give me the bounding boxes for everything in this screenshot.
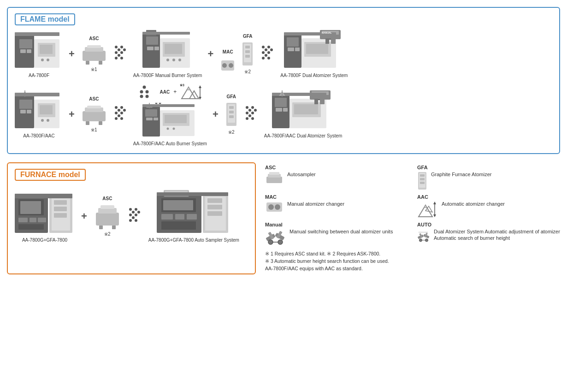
footnote-3: AA-7800F/AAC equips with AAC as standard…	[265, 265, 560, 273]
svg-point-174	[132, 216, 135, 219]
device-mac: MAC	[219, 49, 236, 74]
svg-rect-14	[99, 61, 102, 65]
svg-point-126	[246, 112, 248, 114]
svg-rect-139	[294, 104, 318, 114]
svg-point-17	[115, 51, 118, 54]
svg-point-8	[47, 59, 49, 61]
gfa-icon	[417, 171, 427, 190]
svg-rect-156	[20, 201, 41, 214]
svg-rect-197	[420, 178, 425, 180]
dual-atomizer-2-label: AA-7800F/AAC Dual Atomizer System	[264, 133, 343, 138]
legend-manual-abbr: Manual	[265, 222, 408, 227]
svg-rect-165	[99, 226, 103, 229]
legend-asc-row: Autosampler	[265, 171, 408, 186]
svg-point-93	[140, 90, 143, 94]
svg-point-129	[251, 117, 254, 120]
svg-rect-161	[15, 194, 72, 198]
auto-sampler-label: AA-7800G+GFA-7800 Auto Sampler System	[148, 238, 239, 243]
mac-label: MAC	[223, 49, 233, 54]
svg-rect-185	[163, 200, 193, 210]
legend-mac-row: Manual atomizer changer	[265, 201, 408, 214]
legend-auto-row: Dual Atomizer System Automatic adjustmen…	[417, 228, 560, 246]
asc-note-2: ※1	[91, 127, 97, 132]
svg-point-91	[118, 114, 120, 117]
svg-point-125	[251, 106, 254, 109]
legend-gfa: GFA Graphite Furnace Atomizer	[417, 165, 560, 190]
mac-icon	[265, 201, 284, 214]
svg-point-51	[265, 54, 267, 57]
svg-rect-110	[146, 118, 153, 120]
svg-rect-135	[275, 98, 287, 107]
aac-annotation: AAC + ※3	[138, 83, 203, 101]
svg-point-46	[262, 51, 265, 54]
svg-rect-70	[20, 110, 26, 113]
svg-rect-111	[154, 118, 158, 120]
svg-point-21	[118, 48, 120, 51]
svg-point-52	[270, 48, 273, 51]
device-aa7800faac: AA-7800F/AAC	[15, 90, 63, 138]
device-aa7800g: AA-7800G+GFA-7800	[15, 190, 75, 243]
device-auto-burner: AA-7800F/AAC Auto Burner System	[133, 103, 207, 146]
aac-icon	[417, 201, 438, 218]
furnace-title: FURNACE model	[15, 169, 86, 181]
svg-point-89	[120, 117, 123, 120]
mac-gfa-group: MAC GFA	[219, 34, 255, 74]
svg-point-94	[145, 90, 148, 94]
svg-point-32	[166, 59, 169, 61]
legend-aac: AAC Automatic atomizer changer	[417, 194, 560, 218]
device-aa7800faac-label: AA-7800F/AAC	[23, 133, 54, 138]
svg-point-45	[267, 46, 270, 48]
svg-point-76	[41, 119, 44, 122]
device-aa7800g-label: AA-7800G+GFA-7800	[22, 238, 67, 243]
gfa-label-2: GFA	[227, 94, 236, 99]
legend-aac-row: Automatic atomizer changer	[417, 201, 560, 218]
svg-rect-121	[229, 106, 234, 109]
legend-manual: Manual Manual switching between dual ato…	[265, 222, 408, 246]
svg-point-49	[267, 57, 270, 59]
svg-marker-206	[433, 202, 436, 204]
svg-rect-188	[187, 214, 197, 220]
svg-point-168	[135, 208, 137, 211]
legend-mac-abbr: MAC	[265, 194, 408, 200]
bottom-section: FURNACE model	[7, 162, 560, 274]
legend-section: ASC Autosampler GFA	[265, 162, 560, 274]
flame-row-1: AA-7800F + ASC ※1	[15, 30, 552, 78]
svg-point-97	[142, 86, 146, 89]
svg-point-20	[120, 57, 123, 59]
flame-rows: AA-7800F + ASC ※1	[15, 30, 552, 146]
svg-rect-31	[165, 44, 182, 54]
svg-point-47	[267, 51, 270, 54]
legend-auto-text: Dual Atomizer System Automatic adjustmen…	[434, 228, 560, 242]
flame-row-2: AA-7800F/AAC + ASC ※1	[15, 83, 552, 146]
svg-point-84	[115, 106, 118, 109]
legend-asc: ASC Autosampler	[265, 165, 408, 190]
legend-auto: AUTO Dual Atomizer System Aut	[417, 222, 560, 246]
flame-title: FLAME model	[15, 13, 75, 25]
svg-point-173	[132, 211, 135, 214]
svg-point-38	[229, 63, 233, 68]
device-dual-atomizer-1: MANUAL AA-7800F Dual Atomizer System	[280, 30, 348, 78]
asc-label-1: ASC	[89, 36, 99, 41]
svg-rect-166	[112, 226, 116, 229]
dual-atomizer-1-label: AA-7800F Dual Atomizer System	[280, 73, 348, 78]
device-asc-1: ASC ※1	[80, 36, 108, 72]
svg-rect-69	[19, 100, 32, 109]
svg-point-213	[278, 240, 283, 244]
svg-rect-191	[266, 177, 282, 183]
svg-marker-103	[199, 97, 201, 100]
gfa-note-2: ※2	[228, 130, 235, 135]
device-aa7800f: AA-7800F	[15, 30, 63, 78]
svg-rect-71	[27, 110, 31, 113]
svg-point-172	[135, 219, 137, 222]
gfa-label-1: GFA	[243, 34, 253, 39]
dots-2	[260, 42, 276, 65]
asc-label-2: ASC	[89, 96, 99, 101]
device-gfa-1: GFA ※2	[240, 34, 255, 74]
device-manual-burner: AA-7800F Manual Burner System	[133, 30, 202, 78]
legend-aac-abbr: AAC	[417, 194, 560, 200]
svg-rect-10	[83, 51, 106, 61]
svg-point-167	[129, 208, 132, 211]
svg-rect-162	[96, 213, 119, 226]
svg-rect-109	[145, 109, 157, 117]
device-asc-2: ASC ※1	[80, 96, 108, 132]
